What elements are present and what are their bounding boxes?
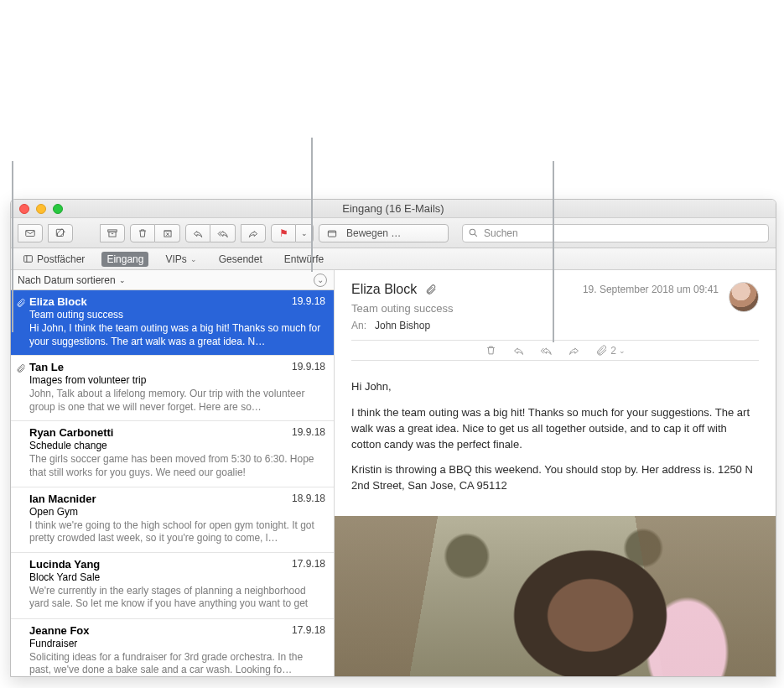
chevron-down-icon: ⌄ (119, 276, 126, 284)
fav-drafts[interactable]: Entwürfe (279, 252, 329, 267)
envelope-icon (24, 227, 36, 239)
svg-rect-0 (26, 230, 35, 236)
fav-mailboxes-label: Postfächer (37, 253, 85, 265)
window-title: Eingang (16 E-Mails) (11, 202, 776, 215)
message-row[interactable]: Jeanne Fox17.9.18FundraiserSoliciting id… (11, 619, 334, 676)
message-preview: John, Talk about a lifelong memory. Our … (29, 388, 325, 414)
preview-to-value: John Bishop (375, 320, 430, 331)
forward-icon (568, 344, 580, 357)
filter-button[interactable]: ⌄ (314, 274, 327, 287)
message-subject: Block Yard Sale (29, 571, 325, 583)
message-sender: Tan Le (29, 361, 64, 373)
chevron-down-icon: ⌄ (190, 255, 197, 263)
fav-vips[interactable]: VIPs ⌄ (160, 252, 201, 267)
reply-all-icon (540, 344, 553, 357)
mail-window: Eingang (16 E-Mails) (10, 199, 776, 677)
body-paragraph: Hi John, (351, 379, 759, 395)
preview-to-label: An: (351, 320, 366, 331)
fav-inbox[interactable]: Eingang (101, 252, 148, 267)
flag-icon: ⚑ (279, 227, 288, 239)
svg-rect-7 (24, 256, 33, 263)
sidebar-icon (23, 253, 34, 264)
message-row[interactable]: Ian Macnider18.9.18Open GymI think we're… (11, 487, 334, 553)
no-icon (16, 627, 26, 637)
svg-rect-3 (109, 232, 116, 237)
no-icon (16, 495, 26, 505)
attachment-icon (16, 363, 26, 373)
message-row[interactable]: Lucinda Yang17.9.18Block Yard SaleWe're … (11, 553, 334, 619)
pv-delete-button[interactable] (485, 344, 497, 357)
message-row[interactable]: Eliza Block19.9.18Team outing successHi … (11, 290, 334, 356)
reply-all-button[interactable] (210, 224, 236, 242)
message-date: 17.9.18 (292, 624, 325, 637)
reply-button[interactable] (185, 224, 210, 242)
message-subject: Fundraiser (29, 638, 325, 649)
delete-button[interactable] (130, 224, 155, 242)
chevron-down-icon: ⌄ (317, 275, 324, 284)
chevron-down-icon: ⌄ (301, 229, 308, 237)
junk-button[interactable] (155, 224, 180, 242)
message-preview: The girls soccer game has been moved fro… (29, 453, 325, 479)
message-subject: Schedule change (29, 440, 325, 451)
forward-button[interactable] (241, 224, 266, 242)
search-icon (468, 227, 479, 238)
sort-label: Nach Datum sortieren (18, 274, 116, 286)
pv-reply-all-button[interactable] (540, 344, 553, 357)
message-sender: Lucinda Yang (29, 558, 100, 571)
fav-mailboxes[interactable]: Postfächer (18, 252, 90, 267)
message-date: 19.9.18 (292, 361, 325, 373)
body-split: Nach Datum sortieren ⌄ ⌄ Eliza Block19.9… (11, 270, 776, 676)
message-preview: We're currently in the early stages of p… (29, 585, 325, 612)
message-subject: Open Gym (29, 506, 325, 518)
compose-icon (55, 227, 66, 239)
message-sender: Ian Macnider (29, 493, 96, 505)
paperclip-icon (595, 344, 608, 357)
search-placeholder: Suchen (484, 227, 518, 239)
sort-row[interactable]: Nach Datum sortieren ⌄ ⌄ (11, 270, 334, 290)
preview-header: Eliza Block Team outing success An: John… (335, 270, 776, 367)
pv-forward-button[interactable] (568, 344, 580, 357)
trash-icon (137, 227, 148, 239)
attachment-icon (16, 298, 26, 308)
svg-rect-5 (328, 231, 335, 237)
message-date: 18.9.18 (292, 493, 325, 505)
message-row[interactable]: Ryan Carbonetti19.9.18Schedule changeThe… (11, 421, 334, 487)
message-row[interactable]: Tan Le19.9.18Images from volunteer tripJ… (11, 356, 334, 421)
pv-attachments-button[interactable]: 2 ⌄ (595, 344, 626, 357)
get-mail-button[interactable] (18, 224, 43, 242)
fav-vips-label: VIPs (165, 253, 186, 265)
attachment-count: 2 (610, 345, 616, 357)
move-label: Bewegen … (346, 227, 401, 239)
message-sender: Ryan Carbonetti (29, 426, 113, 439)
reply-icon (512, 344, 525, 357)
no-icon (16, 560, 26, 571)
preview-pane: Eliza Block Team outing success An: John… (335, 270, 776, 676)
body-paragraph: Kristin is throwing a BBQ this weekend. … (351, 462, 759, 494)
preview-date: 19. September 2018 um 09:41 (583, 284, 719, 295)
pv-reply-button[interactable] (512, 344, 525, 357)
fav-drafts-label: Entwürfe (284, 253, 324, 265)
flag-button[interactable]: ⚑ (271, 224, 296, 242)
junk-icon (162, 227, 174, 239)
archive-button[interactable] (100, 224, 125, 242)
message-subject: Team outing success (29, 309, 325, 321)
forward-icon (247, 227, 259, 239)
preview-body: Hi John, I think the team outing was a b… (335, 367, 776, 516)
avatar (729, 282, 759, 312)
compose-button[interactable] (48, 224, 73, 242)
reply-icon (192, 227, 204, 239)
svg-point-6 (470, 229, 475, 235)
preview-action-bar: 2 ⌄ (351, 340, 759, 361)
titlebar: Eingang (16 E-Mails) (11, 200, 776, 218)
preview-image (335, 516, 776, 676)
paperclip-icon (425, 284, 437, 295)
message-sender: Jeanne Fox (29, 624, 90, 637)
fav-sent[interactable]: Gesendet (214, 252, 267, 267)
preview-from: Eliza Block (351, 282, 417, 297)
move-button[interactable]: Bewegen … (319, 224, 449, 242)
preview-subject: Team outing success (351, 302, 583, 315)
search-field[interactable]: Suchen (462, 224, 769, 242)
message-preview: Soliciting ideas for a fundraiser for 3r… (29, 651, 325, 676)
body-paragraph: I think the team outing was a big hit! T… (351, 405, 759, 453)
message-date: 19.9.18 (292, 426, 325, 439)
